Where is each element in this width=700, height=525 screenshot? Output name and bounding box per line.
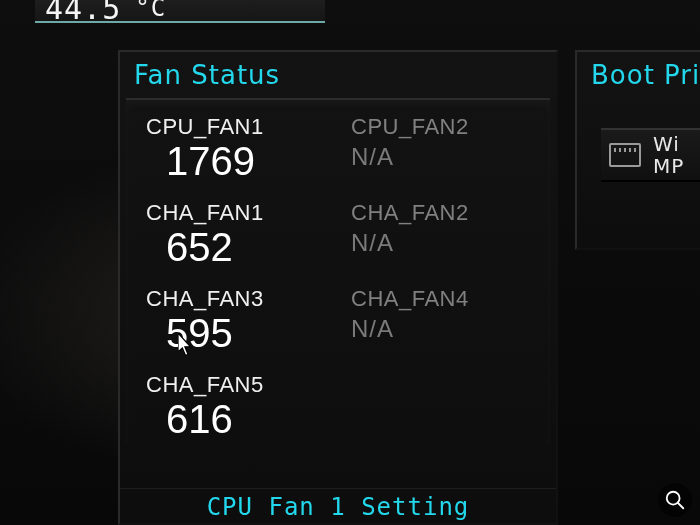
fan-value: 616	[146, 398, 333, 440]
fan-value: N/A	[351, 312, 538, 341]
fan-reading-cpu_fan2: CPU_FAN2N/A	[343, 114, 538, 182]
fan-label: CHA_FAN3	[146, 286, 333, 312]
magnifier-icon	[664, 489, 686, 511]
fan-value: 1769	[146, 140, 333, 182]
fan-reading-cha_fan1: CHA_FAN1652	[138, 200, 333, 268]
fan-reading-cha_fan5: CHA_FAN5616	[138, 372, 333, 440]
boot-priority-title: Boot Pri	[577, 52, 700, 96]
fan-reading-cpu_fan1: CPU_FAN11769	[138, 114, 333, 182]
fan-label: CHA_FAN1	[146, 200, 333, 226]
fan-label: CHA_FAN2	[351, 200, 538, 226]
fan-status-title: Fan Status	[120, 52, 556, 96]
boot-device-item[interactable]: Wi MP	[601, 128, 700, 182]
fan-status-body: CPU_FAN11769CPU_FAN2N/ACHA_FAN1652CHA_FA…	[126, 98, 550, 444]
boot-priority-panel: Boot Pri Wi MP	[575, 50, 700, 250]
cpu-fan-1-setting-link[interactable]: CPU Fan 1 Setting	[120, 488, 556, 523]
temperature-unit: °C	[135, 0, 166, 22]
fan-reading-cha_fan4: CHA_FAN4N/A	[343, 286, 538, 354]
fan-status-panel: Fan Status CPU_FAN11769CPU_FAN2N/ACHA_FA…	[118, 50, 558, 525]
fan-value: N/A	[351, 140, 538, 169]
fan-reading-cha_fan3: CHA_FAN3595	[138, 286, 333, 354]
fan-label: CPU_FAN1	[146, 114, 333, 140]
fan-label: CHA_FAN5	[146, 372, 333, 398]
fan-value: 652	[146, 226, 333, 268]
boot-device-label: Wi MP	[653, 133, 684, 177]
fan-label: CPU_FAN2	[351, 114, 538, 140]
fan-label: CHA_FAN4	[351, 286, 538, 312]
fan-value: N/A	[351, 226, 538, 255]
svg-line-1	[678, 503, 684, 509]
magnify-button[interactable]	[658, 483, 692, 517]
fan-reading-cha_fan2: CHA_FAN2N/A	[343, 200, 538, 268]
temperature-value: 44.5	[45, 0, 121, 26]
fan-value: 595	[146, 312, 333, 354]
temperature-readout[interactable]: 44.5 °C	[35, 0, 325, 23]
boot-device-icon	[609, 143, 641, 167]
